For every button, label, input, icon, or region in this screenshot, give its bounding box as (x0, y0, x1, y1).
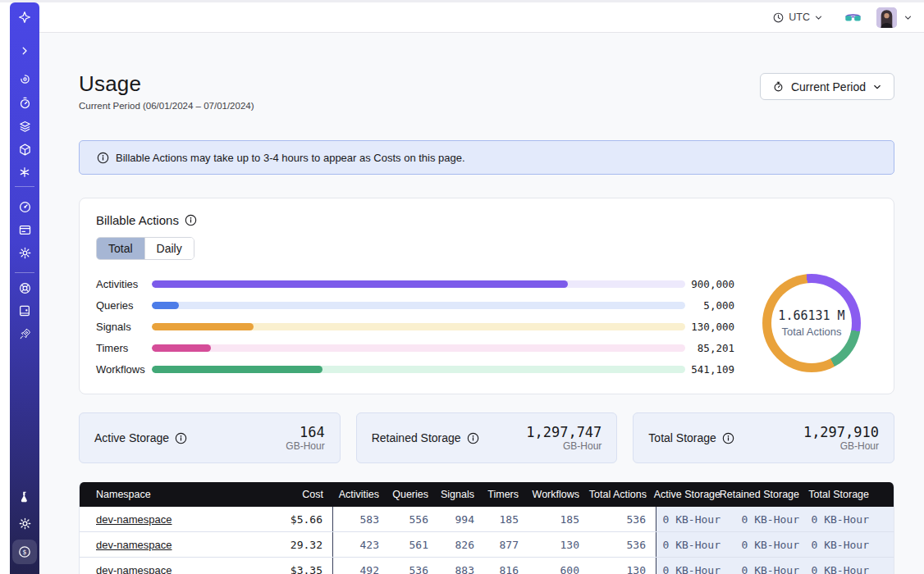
info-icon[interactable] (467, 432, 479, 444)
bar-category-label: Activities (96, 278, 152, 290)
queries-cell: 536 (389, 558, 438, 574)
bar-category-label: Workflows (96, 363, 152, 376)
retained-storage-unit: GB-Hour (526, 440, 602, 452)
active-storage-cell: 0 KB-Hour (656, 532, 730, 557)
table-body: dev-namespace $5.66 583 556 994 185 185 … (80, 507, 894, 574)
bar-fill (152, 366, 322, 373)
total-actions-cell: 536 (589, 507, 656, 531)
bar-value: 5,000 (685, 299, 734, 312)
billable-bar-row: Queries 5,000 (96, 294, 877, 316)
bar-track (152, 366, 685, 373)
sidebar-item-billing-active[interactable]: $ (12, 540, 37, 564)
col-header-activities: Activities (333, 489, 389, 500)
bar-value: 85,201 (685, 342, 734, 354)
gauge-icon[interactable] (13, 195, 36, 218)
billable-actions-title: Billable Actions (96, 213, 179, 227)
gear-icon[interactable] (13, 241, 36, 264)
namespace-usage-table: Namespace Cost Activities Queries Signal… (79, 482, 894, 574)
swirl-icon[interactable] (13, 67, 36, 90)
browser-icon[interactable] (13, 218, 36, 241)
cube-icon[interactable] (13, 138, 36, 161)
bar-category-label: Queries (96, 299, 152, 312)
total-storage-card: Total Storage 1,297,910 GB-Hour (633, 412, 894, 463)
col-header-signals: Signals (438, 489, 484, 500)
account-menu-chevron[interactable] (903, 13, 913, 22)
donut-total-label: Total Actions (782, 326, 842, 338)
avatar[interactable] (876, 7, 897, 28)
bar-fill (152, 323, 254, 330)
clock-icon (772, 11, 784, 24)
page-subtitle: Current Period (06/01/2024 – 07/01/2024) (79, 101, 894, 111)
bar-track (152, 323, 685, 330)
total-actions-donut-chart: 1.66131 M Total Actions (762, 274, 861, 372)
tab-total[interactable]: Total (97, 238, 144, 259)
banner-text: Billable Actions may take up to 3-4 hour… (116, 152, 465, 164)
bar-value: 130,000 (685, 321, 734, 333)
stopwatch-icon[interactable] (13, 91, 36, 114)
total-storage-unit: GB-Hour (803, 440, 879, 452)
billable-bar-chart: Activities 900,000 Queries 5,000 Signals… (96, 273, 877, 380)
bar-track (152, 302, 685, 309)
life-ring-icon[interactable] (13, 276, 36, 299)
book-icon[interactable] (13, 299, 36, 322)
retained-storage-cell: 0 KB-Hour (730, 507, 809, 531)
bar-fill (152, 280, 568, 288)
bar-fill (152, 344, 211, 352)
bar-fill (152, 302, 179, 309)
namespace-link[interactable]: dev-namespace (96, 513, 172, 526)
info-icon[interactable] (722, 432, 734, 444)
table-row: dev-namespace $3.35 492 536 883 816 600 … (80, 558, 894, 574)
workflows-cell: 130 (528, 532, 589, 557)
col-header-namespace: Namespace (80, 489, 251, 500)
timers-cell: 877 (484, 532, 528, 557)
total-actions-cell: 130 (589, 558, 656, 574)
billable-bar-row: Activities 900,000 (96, 273, 877, 294)
pinwheel-logo-icon[interactable] (13, 6, 36, 29)
col-header-total-storage: Total Storage (809, 489, 894, 500)
period-dropdown-button[interactable]: Current Period (760, 73, 894, 100)
info-banner: Billable Actions may take up to 3-4 hour… (79, 140, 894, 175)
total-storage-label: Total Storage (648, 431, 716, 444)
timezone-dropdown[interactable]: UTC (772, 11, 823, 24)
bar-category-label: Timers (96, 342, 152, 354)
main-content: Usage Current Period (06/01/2024 – 07/01… (39, 33, 924, 574)
rocket-icon[interactable] (13, 322, 36, 345)
namespace-link[interactable]: dev-namespace (96, 539, 172, 551)
active-storage-card: Active Storage 164 GB-Hour (79, 412, 341, 463)
sidebar: $ (10, 2, 39, 574)
bar-category-label: Signals (96, 321, 152, 333)
bar-value: 900,000 (685, 278, 734, 290)
donut-total-value: 1.66131 M (778, 308, 844, 323)
sun-icon[interactable] (13, 512, 36, 535)
col-header-cost: Cost (251, 489, 333, 500)
table-header-row: Namespace Cost Activities Queries Signal… (80, 482, 894, 507)
dollar-icon: $ (17, 544, 32, 559)
billable-bar-row: Workflows 541,109 (96, 358, 877, 380)
activities-cell: 583 (333, 507, 389, 531)
cost-cell: $3.35 (251, 558, 333, 574)
signals-cell: 994 (438, 507, 484, 531)
info-icon[interactable] (185, 214, 197, 226)
billable-bar-row: Timers 85,201 (96, 337, 877, 358)
table-row: dev-namespace $5.66 583 556 994 185 185 … (80, 507, 894, 532)
col-header-timers: Timers (484, 489, 528, 500)
layers-icon[interactable] (13, 115, 36, 138)
tab-daily[interactable]: Daily (144, 238, 194, 259)
svg-text:$: $ (22, 549, 26, 556)
activities-cell: 423 (333, 532, 389, 557)
namespace-link[interactable]: dev-namespace (96, 564, 172, 574)
asterisk-icon[interactable] (13, 161, 36, 184)
retained-storage-cell: 0 KB-Hour (730, 532, 809, 557)
info-icon[interactable] (175, 432, 187, 444)
bar-track (152, 280, 685, 288)
chevron-right-icon[interactable] (13, 39, 36, 62)
queries-cell: 561 (389, 532, 438, 557)
flask-icon[interactable] (13, 485, 36, 508)
active-storage-value: 164 (286, 425, 324, 440)
workflows-cell: 600 (528, 558, 589, 574)
col-header-total-actions: Total Actions (589, 489, 656, 500)
glasses-icon[interactable] (844, 11, 862, 24)
chevron-down-icon (814, 13, 823, 22)
billable-bar-row: Signals 130,000 (96, 316, 877, 337)
period-button-label: Current Period (791, 80, 866, 93)
